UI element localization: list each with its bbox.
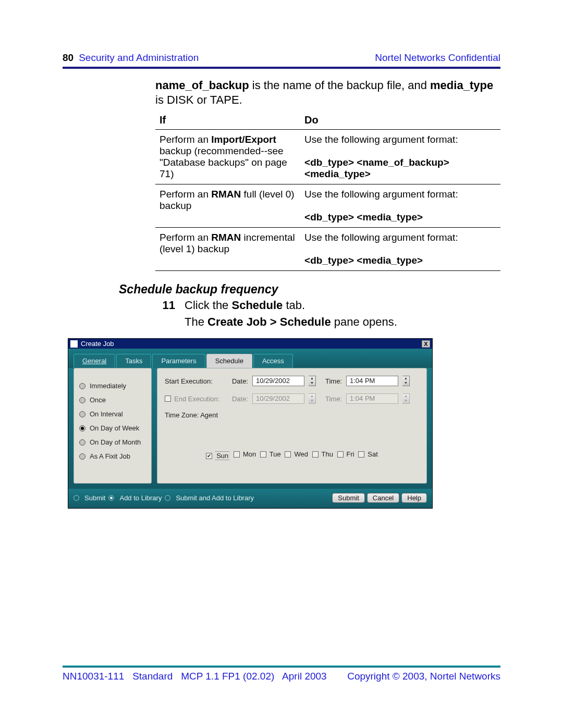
freq-once[interactable]: Once [79,396,146,404]
freq-fixit[interactable]: As A Fixit Job [79,452,146,460]
step-number: 11 [155,299,185,312]
footer-rule [63,665,500,668]
schedule-panel: Start Execution: Date: 10/29/2002▲▼ Time… [157,368,427,484]
title-bar: Create Job X [68,339,432,349]
cancel-button[interactable]: Cancel [367,493,399,503]
tab-schedule[interactable]: Schedule [206,354,252,368]
day-thu[interactable]: Thu [312,450,333,458]
app-icon [70,340,78,348]
col-if: If [155,111,300,130]
date-label: Date: [226,395,248,403]
tab-parameters[interactable]: Parameters [152,354,205,368]
submit-button[interactable]: Submit [332,493,364,503]
start-date-spinner[interactable]: ▲▼ [309,376,316,386]
day-mon[interactable]: Mon [234,450,256,458]
time-label: Time: [320,395,342,403]
col-do: Do [300,111,500,130]
day-wed[interactable]: Wed [285,450,308,458]
end-date-field: 10/29/2002 [252,393,304,404]
tab-access[interactable]: Access [253,354,293,368]
day-sun[interactable]: Sun [206,451,229,460]
timezone-label: Time Zone: Agent [165,411,218,419]
freq-day-of-month[interactable]: On Day of Month [79,438,146,446]
frequency-panel: Immediately Once On Interval On Day of W… [74,368,152,484]
dialog-bottom-bar: Submit Add to Library Submit and Add to … [68,489,432,508]
freq-day-of-week[interactable]: On Day of Week [79,424,146,432]
end-date-spinner: ▲▼ [309,393,316,404]
start-exec-label: Start Execution: [165,377,222,385]
step-result: The Create Job > Schedule pane opens. [185,315,500,329]
copyright: Copyright © 2003, Nortel Networks [347,671,500,682]
day-fri[interactable]: Fri [337,450,354,458]
help-button[interactable]: Help [401,493,427,503]
opt-submit[interactable] [74,495,79,501]
tab-bar: General Tasks Parameters Schedule Access [68,349,432,368]
if-do-table: If Do Perform an Import/Export backup (r… [155,111,500,271]
running-header: 80Security and Administration Nortel Net… [63,52,500,64]
tab-general[interactable]: General [74,354,115,368]
start-date-field[interactable]: 10/29/2002 [252,376,304,386]
freq-immediately[interactable]: Immediately [79,382,146,390]
tab-tasks[interactable]: Tasks [116,354,151,368]
day-tue[interactable]: Tue [260,450,281,458]
end-exec-checkbox[interactable] [165,396,171,402]
subheading: Schedule backup frequency [119,282,500,297]
opt-add-to-library[interactable] [108,495,114,501]
table-row: Perform an Import/Export backup (recomme… [155,130,500,184]
start-time-spinner[interactable]: ▲▼ [402,376,410,386]
create-job-window: Create Job X General Tasks Parameters Sc… [68,338,433,509]
step-text: Click the Schedule tab. [185,299,305,312]
header-rule [63,67,500,69]
freq-on-interval[interactable]: On Interval [79,410,146,418]
page-footer: NN10031-111 Standard MCP 1.1 FP1 (02.02)… [63,665,500,682]
intro-paragraph: name_of_backup is the name of the backup… [155,78,500,107]
section-title: Security and Administration [79,52,199,63]
table-row: Perform an RMAN full (level 0) backup Us… [155,184,500,228]
time-label: Time: [320,377,342,385]
date-label: Date: [226,377,248,385]
window-title: Create Job [81,340,114,348]
opt-submit-and-add[interactable] [165,495,170,501]
days-of-week: Sun Mon Tue Wed Thu Fri Sat [165,450,419,460]
start-time-field[interactable]: 1:04 PM [346,376,398,386]
confidential-label: Nortel Networks Confidential [375,52,500,64]
close-button[interactable]: X [422,340,430,348]
end-exec-label: End Execution: [174,395,219,403]
day-sat[interactable]: Sat [358,450,378,458]
page-number: 80 [63,52,74,63]
table-row: Perform an RMAN incremental (level 1) ba… [155,228,500,271]
end-time-spinner: ▲▼ [402,393,410,404]
end-time-field: 1:04 PM [346,393,398,404]
